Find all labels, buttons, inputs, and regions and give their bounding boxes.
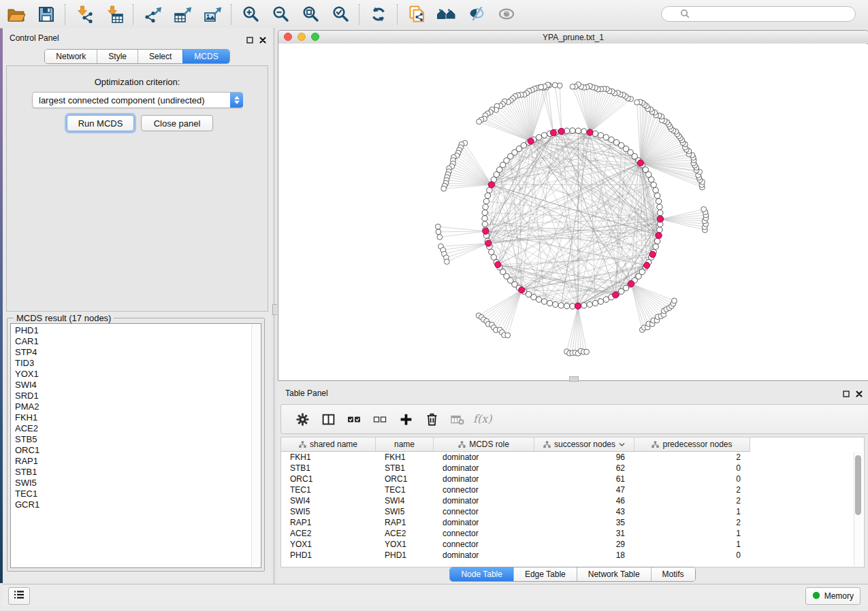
column-header-name[interactable]: name [376, 437, 434, 451]
ring-node[interactable] [570, 128, 575, 133]
hide-others-icon[interactable] [462, 3, 492, 26]
mcds-hub-node[interactable] [587, 129, 593, 135]
ring-node[interactable] [482, 210, 487, 215]
mcds-result-node[interactable]: PMA2 [11, 401, 252, 412]
table-row[interactable]: ACE2ACE2connector311 [281, 528, 853, 539]
mcds-hub-node[interactable] [657, 216, 663, 222]
table-row[interactable]: SWI5SWI5connector431 [281, 506, 853, 517]
ring-node[interactable] [603, 297, 609, 302]
table-row[interactable]: YOX1YOX1connector291 [281, 539, 853, 550]
mcds-hub-node[interactable] [643, 262, 649, 268]
mcds-result-node[interactable]: GCR1 [11, 499, 252, 510]
columns-icon[interactable] [315, 409, 341, 429]
memory-button[interactable]: Memory [805, 587, 861, 605]
leaf-node[interactable] [570, 84, 575, 89]
ring-node[interactable] [483, 204, 488, 210]
table-row[interactable]: ORC1ORC1dominator610 [281, 474, 853, 484]
leaf-node[interactable] [444, 259, 449, 265]
column-header-shared-name[interactable]: shared name [281, 437, 376, 451]
ring-node[interactable] [587, 301, 592, 307]
ring-node[interactable] [657, 227, 662, 233]
mcds-hub-node[interactable] [628, 280, 634, 286]
mcds-result-node[interactable]: CAR1 [11, 336, 252, 347]
tab-network-table[interactable]: Network Table [577, 567, 651, 581]
close-panel-icon[interactable] [259, 34, 266, 46]
add-icon[interactable] [393, 409, 419, 429]
leaf-node[interactable] [552, 82, 558, 88]
import-table-icon[interactable] [99, 3, 129, 26]
ring-node[interactable] [609, 137, 614, 142]
mcds-result-node[interactable]: TEC1 [11, 489, 252, 499]
ring-node[interactable] [558, 303, 564, 308]
mcds-hub-node[interactable] [575, 303, 581, 309]
mcds-result-node[interactable]: PHD1 [11, 325, 252, 336]
ring-node[interactable] [651, 182, 656, 187]
import-network-icon[interactable] [69, 3, 99, 26]
mcds-result-node[interactable]: ACE2 [11, 423, 252, 434]
ring-node[interactable] [592, 300, 598, 306]
ring-node[interactable] [654, 238, 660, 244]
mcds-hub-node[interactable] [528, 138, 534, 144]
ring-node[interactable] [536, 297, 541, 302]
ring-node[interactable] [598, 133, 603, 138]
mcds-hub-node[interactable] [495, 261, 501, 267]
leaf-node[interactable] [505, 333, 511, 338]
ring-node[interactable] [482, 221, 487, 227]
leaf-node[interactable] [436, 229, 441, 235]
gear-icon[interactable] [289, 409, 315, 429]
table-scrollbar[interactable] [854, 452, 863, 566]
mcds-result-node[interactable]: ORC1 [11, 445, 252, 456]
mcds-hub-node[interactable] [656, 232, 662, 238]
ring-node[interactable] [531, 294, 536, 299]
mcds-result-node[interactable]: FKH1 [11, 412, 252, 423]
column-header-predecessor-nodes[interactable]: predecessor nodes [634, 437, 750, 451]
result-list-scrollbar[interactable] [251, 325, 260, 567]
table-row[interactable]: RAP1RAP1dominator352 [281, 517, 853, 528]
ring-node[interactable] [581, 129, 587, 134]
mcds-result-node[interactable]: TID3 [11, 358, 252, 369]
leaf-node[interactable] [539, 84, 544, 90]
close-panel-button[interactable]: Close panel [141, 115, 213, 131]
eye-icon[interactable] [492, 3, 521, 26]
delete-icon[interactable] [419, 409, 445, 429]
ring-node[interactable] [485, 193, 490, 198]
select-all-icon[interactable] [341, 409, 367, 429]
ring-node[interactable] [658, 210, 663, 215]
export-table-icon[interactable] [167, 3, 197, 26]
tab-edge-table[interactable]: Edge Table [513, 567, 577, 581]
mcds-hub-node[interactable] [483, 228, 489, 234]
open-file-icon[interactable] [1, 3, 31, 26]
mcds-hub-node[interactable] [485, 240, 492, 246]
zoom-out-icon[interactable] [266, 3, 295, 26]
zoom-selected-icon[interactable] [325, 3, 355, 26]
ring-node[interactable] [654, 193, 660, 198]
ring-node[interactable] [653, 187, 658, 193]
tab-select[interactable]: Select [138, 50, 182, 63]
table-scrollbar-thumb[interactable] [855, 455, 861, 515]
ring-node[interactable] [536, 135, 541, 140]
mcds-result-node[interactable]: RAP1 [11, 456, 252, 467]
ring-node[interactable] [541, 299, 547, 304]
deselect-all-icon[interactable] [367, 409, 393, 429]
zoom-fit-icon[interactable] [295, 3, 325, 26]
task-history-button[interactable] [8, 587, 30, 605]
mcds-hub-node[interactable] [613, 292, 619, 298]
ring-node[interactable] [482, 216, 487, 221]
save-icon[interactable] [31, 3, 61, 26]
ring-node[interactable] [487, 187, 492, 193]
export-network-icon[interactable] [138, 3, 167, 26]
leaf-node[interactable] [634, 100, 640, 105]
table-row[interactable]: SWI4SWI4dominator462 [281, 495, 853, 506]
mcds-hub-node[interactable] [519, 287, 525, 293]
leaf-node[interactable] [435, 224, 440, 229]
ring-node[interactable] [575, 128, 581, 133]
column-header-MCDS-role[interactable]: MCDS role [434, 437, 534, 451]
leaf-node[interactable] [701, 207, 707, 212]
network-splitter-handle[interactable] [569, 376, 579, 382]
ring-node[interactable] [657, 204, 662, 210]
mcds-hub-node[interactable] [649, 251, 656, 257]
ring-node[interactable] [598, 299, 603, 304]
ring-node[interactable] [541, 133, 547, 138]
ring-node[interactable] [656, 199, 661, 204]
ring-node[interactable] [581, 303, 587, 308]
